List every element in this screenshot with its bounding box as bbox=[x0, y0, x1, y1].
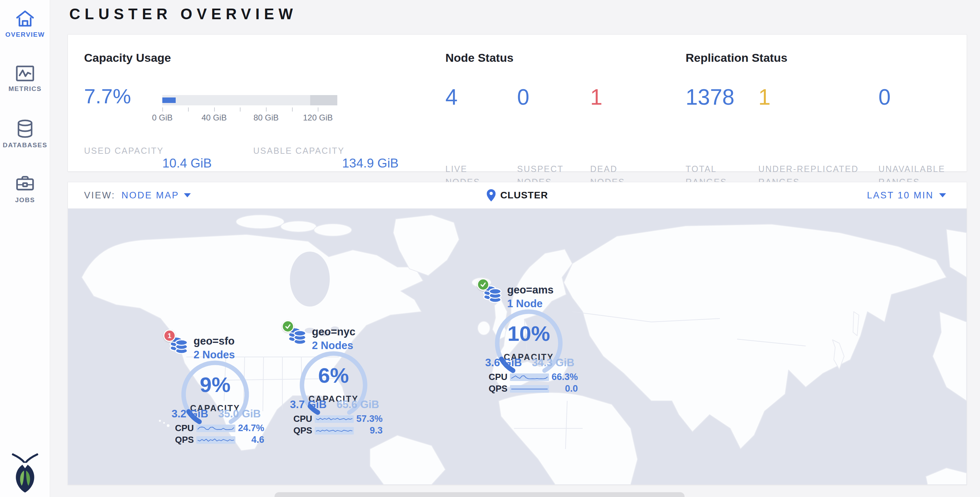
check-icon bbox=[479, 281, 487, 288]
used-value: 3.2 GiB bbox=[172, 408, 208, 420]
axis-tick bbox=[214, 107, 215, 112]
dead-node-badge: 1 bbox=[163, 330, 176, 342]
healthy-node-badge bbox=[477, 278, 489, 291]
sidebar-item-databases[interactable]: DATABASES bbox=[0, 119, 50, 149]
sidebar: OVERVIEW METRICS DATABASES bbox=[0, 0, 50, 497]
total-value: 65.6 GiB bbox=[337, 398, 379, 411]
suspect-nodes-stat: 0 SUSPECT NODES bbox=[517, 84, 530, 110]
sidebar-item-label: DATABASES bbox=[3, 142, 47, 149]
qps-value: 4.6 bbox=[235, 435, 264, 445]
qps-label: QPS bbox=[175, 435, 196, 445]
cpu-value: 57.3% bbox=[354, 414, 383, 424]
locality-name: geo=ams bbox=[507, 284, 554, 296]
axis-tick-label: 40 GiB bbox=[201, 113, 226, 123]
total-ranges-stat: 1378 TOTAL RANGES bbox=[686, 84, 734, 110]
capacity-bar-fill bbox=[162, 97, 176, 103]
section-title: Capacity Usage bbox=[84, 51, 427, 65]
axis-tick bbox=[318, 107, 318, 112]
axis-tick-label: 0 GiB bbox=[152, 113, 173, 123]
metrics-icon bbox=[16, 65, 35, 82]
under-replicated-ranges-stat: 1 UNDER-REPLICATED RANGES bbox=[758, 84, 771, 110]
cockroachdb-logo bbox=[0, 452, 50, 494]
total-value: 34.3 GiB bbox=[532, 357, 574, 369]
sidebar-item-label: METRICS bbox=[9, 85, 42, 92]
usable-capacity-label: USABLE CAPACITY bbox=[253, 145, 345, 158]
used-value: 3.7 GiB bbox=[290, 398, 327, 411]
capacity-values: 3.7 GiB 65.6 GiB bbox=[290, 398, 379, 411]
capacity-percent: 7.7% bbox=[84, 84, 131, 108]
cpu-value: 24.7% bbox=[235, 423, 264, 433]
view-dropdown[interactable]: NODE MAP bbox=[121, 190, 191, 201]
jobs-icon bbox=[16, 175, 35, 193]
qps-sparkline bbox=[196, 436, 235, 444]
axis-tick-label: 120 GiB bbox=[303, 113, 333, 123]
locality-name: geo=nyc bbox=[312, 326, 355, 338]
cpu-row: CPU 66.3% bbox=[488, 372, 578, 382]
unavailable-ranges-stat: 0 UNAVAILABLE RANGES bbox=[878, 84, 891, 110]
stat-value: 0 bbox=[878, 84, 891, 110]
sidebar-item-overview[interactable]: OVERVIEW bbox=[0, 10, 50, 38]
capacity-axis-labels: 0 GiB40 GiB80 GiB120 GiB bbox=[162, 112, 337, 123]
map-pin-icon bbox=[487, 189, 495, 201]
home-icon bbox=[16, 10, 35, 27]
view-dropdown-value: NODE MAP bbox=[121, 190, 179, 201]
sidebar-item-metrics[interactable]: METRICS bbox=[0, 65, 50, 93]
sidebar-item-label: OVERVIEW bbox=[5, 31, 45, 38]
world-map[interactable]: 1 geo=sfo 2 Nodes 9% CAPACITY 3.2 GiB 35… bbox=[68, 209, 967, 485]
gauge-percent: 9% bbox=[177, 373, 253, 397]
qps-value: 0.0 bbox=[549, 383, 578, 394]
cpu-label: CPU bbox=[175, 423, 196, 433]
time-range-dropdown[interactable]: LAST 10 MIN bbox=[867, 190, 946, 201]
cpu-row: CPU 24.7% bbox=[175, 423, 264, 433]
qps-row: QPS 0.0 bbox=[488, 383, 578, 394]
capacity-stats: USED CAPACITY 10.4 GiB USABLE CAPACITY 1… bbox=[84, 145, 414, 172]
used-value: 3.6 GiB bbox=[485, 357, 522, 369]
cpu-label: CPU bbox=[293, 414, 315, 424]
capacity-gauge: 9% CAPACITY bbox=[177, 357, 253, 432]
live-nodes-stat: 4 LIVE NODES bbox=[445, 84, 458, 110]
axis-tick bbox=[266, 107, 267, 112]
stat-value: 0 bbox=[517, 84, 530, 110]
replication-status-section: Replication Status 1378 TOTAL RANGES 1 U… bbox=[686, 51, 960, 65]
cpu-sparkline bbox=[315, 415, 354, 423]
qps-value: 9.3 bbox=[354, 425, 383, 436]
cpu-sparkline bbox=[510, 373, 549, 381]
view-selector: VIEW: NODE MAP bbox=[84, 190, 191, 201]
dead-node-count: 1 bbox=[167, 332, 171, 340]
sidebar-item-jobs[interactable]: JOBS bbox=[0, 175, 50, 204]
map-toolbar: VIEW: NODE MAP CLUSTER LAST 10 MIN bbox=[68, 182, 967, 209]
databases-icon bbox=[16, 119, 34, 138]
axis-tick bbox=[240, 107, 240, 112]
section-title: Replication Status bbox=[686, 51, 960, 65]
node-status-section: Node Status 4 LIVE NODES 0 SUSPECT NODES… bbox=[445, 51, 668, 65]
gauge-percent: 10% bbox=[491, 321, 566, 346]
capacity-bar-chart: 0 GiB40 GiB80 GiB120 GiB bbox=[162, 95, 337, 123]
check-icon bbox=[284, 323, 292, 330]
cpu-label: CPU bbox=[488, 372, 510, 382]
locality-name: geo=sfo bbox=[194, 335, 235, 347]
stat-value: 1378 bbox=[686, 84, 734, 110]
node-map-panel: VIEW: NODE MAP CLUSTER LAST 10 MIN bbox=[68, 182, 967, 485]
axis-tick bbox=[162, 107, 163, 112]
axis-tick-label: 80 GiB bbox=[254, 113, 278, 123]
capacity-usage-section: Capacity Usage 7.7% 0 GiB40 GiB80 GiB120… bbox=[84, 51, 427, 65]
capacity-values: 3.6 GiB 34.3 GiB bbox=[485, 357, 574, 369]
total-value: 35.0 GiB bbox=[218, 408, 261, 420]
time-range-value: LAST 10 MIN bbox=[867, 190, 934, 201]
capacity-bar-reserved bbox=[310, 95, 337, 105]
horizontal-scrollbar-thumb[interactable] bbox=[275, 492, 684, 497]
chevron-down-icon bbox=[184, 193, 191, 198]
gauge-percent: 6% bbox=[296, 363, 371, 387]
cluster-overview-page: OVERVIEW METRICS DATABASES bbox=[0, 0, 980, 497]
qps-sparkline bbox=[510, 385, 549, 393]
cluster-breadcrumb[interactable]: CLUSTER bbox=[487, 189, 548, 201]
cluster-label: CLUSTER bbox=[500, 190, 548, 201]
sidebar-item-label: JOBS bbox=[15, 196, 35, 204]
chevron-down-icon bbox=[939, 193, 946, 198]
cpu-value: 66.3% bbox=[549, 372, 578, 382]
axis-tick bbox=[188, 107, 189, 112]
usable-capacity-value: 134.9 GiB bbox=[342, 156, 399, 170]
capacity-gauge: 10% CAPACITY bbox=[491, 306, 566, 381]
stat-value: 1 bbox=[590, 84, 603, 110]
dead-nodes-stat: 1 DEAD NODES bbox=[590, 84, 603, 110]
